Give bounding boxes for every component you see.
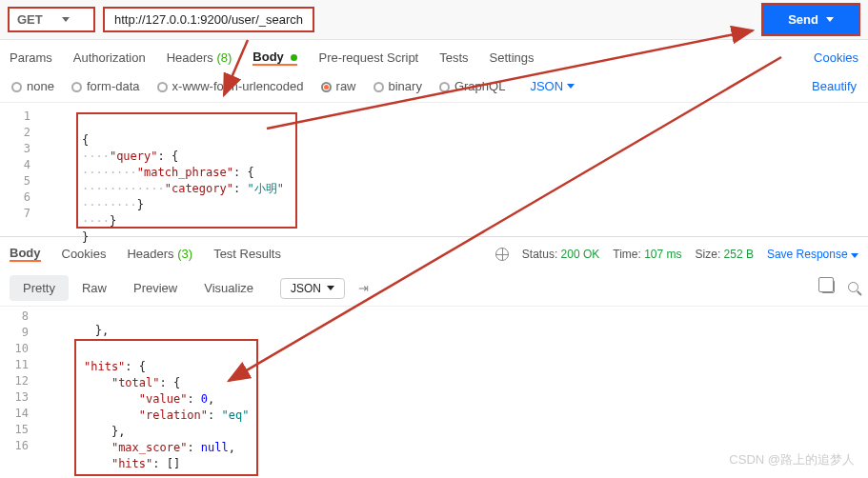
size-block: Size: 252 B <box>696 248 754 261</box>
tab-params[interactable]: Params <box>10 50 52 65</box>
tab-authorization[interactable]: Authorization <box>73 50 146 65</box>
response-gutter: 8 9 10 11 12 13 14 15 16 <box>0 307 36 476</box>
response-body[interactable]: "hits": { "total": { "value": 0, "relati… <box>74 339 258 476</box>
tab-headers[interactable]: Headers (8) <box>167 50 232 65</box>
view-visualize[interactable]: Visualize <box>191 275 267 301</box>
save-response[interactable]: Save Response <box>767 248 858 261</box>
watermark: CSDN @路上的追梦人 <box>729 451 855 468</box>
send-label: Send <box>788 12 818 27</box>
radio-xwww[interactable]: x-www-form-urlencoded <box>157 79 304 93</box>
headers-count: (8) <box>216 50 232 65</box>
tab-settings[interactable]: Settings <box>490 50 535 65</box>
response-view-row: Pretty Raw Preview Visualize JSON ⇥ <box>0 270 868 307</box>
radio-none[interactable]: none <box>11 79 54 93</box>
radio-graphql[interactable]: GraphQL <box>439 79 505 93</box>
view-pretty[interactable]: Pretty <box>10 275 69 301</box>
time-block: Time: 107 ms <box>613 248 681 261</box>
chevron-down-icon <box>327 286 334 290</box>
view-preview[interactable]: Preview <box>120 275 191 301</box>
beautify-link[interactable]: Beautify <box>812 79 857 93</box>
globe-icon <box>495 248 509 261</box>
chevron-down-icon <box>826 17 834 22</box>
status-block: Status: 200 OK <box>522 248 599 261</box>
response-tabs: Body Cookies Headers (3) Test Results St… <box>0 236 868 270</box>
dot-icon <box>291 54 297 61</box>
send-button[interactable]: Send <box>761 3 860 36</box>
wrap-icon[interactable]: ⇥ <box>358 281 369 295</box>
radio-formdata[interactable]: form-data <box>71 79 140 93</box>
request-bar: GET http://127.0.0.1:9200/user/_search S… <box>0 0 868 40</box>
cookies-link[interactable]: Cookies <box>814 50 858 65</box>
res-tab-tests[interactable]: Test Results <box>213 247 281 261</box>
copy-icon[interactable] <box>821 280 835 296</box>
res-tab-cookies[interactable]: Cookies <box>62 247 107 261</box>
chevron-down-icon <box>851 253 858 258</box>
response-format-select[interactable]: JSON <box>280 278 345 299</box>
radio-raw[interactable]: raw <box>321 79 356 93</box>
res-tab-headers[interactable]: Headers (3) <box>127 247 192 261</box>
tab-prerequest[interactable]: Pre-request Script <box>318 50 418 65</box>
tab-body[interactable]: Body <box>252 50 297 66</box>
search-icon[interactable] <box>848 281 858 295</box>
tab-tests[interactable]: Tests <box>439 50 468 65</box>
http-method-select[interactable]: GET <box>8 7 95 32</box>
body-label: Body <box>252 50 284 64</box>
view-raw[interactable]: Raw <box>69 275 120 301</box>
format-select[interactable]: JSON <box>530 79 575 93</box>
request-editor-area: 1 2 3 4 5 6 7 { ····"query": { ········"… <box>0 107 868 230</box>
request-tabs: Params Authorization Headers (8) Body Pr… <box>0 40 868 74</box>
url-input[interactable]: http://127.0.0.1:9200/user/_search <box>103 7 314 32</box>
res-tab-body[interactable]: Body <box>10 246 41 262</box>
method-label: GET <box>17 12 43 27</box>
chevron-down-icon <box>62 17 70 22</box>
request-gutter: 1 2 3 4 5 6 7 <box>0 107 36 230</box>
body-type-row: none form-data x-www-form-urlencoded raw… <box>0 74 868 103</box>
request-body-editor[interactable]: { ····"query": { ········"match_phrase":… <box>76 112 297 229</box>
radio-binary[interactable]: binary <box>373 79 422 93</box>
chevron-down-icon <box>567 84 575 89</box>
headers-label: Headers <box>167 50 213 65</box>
